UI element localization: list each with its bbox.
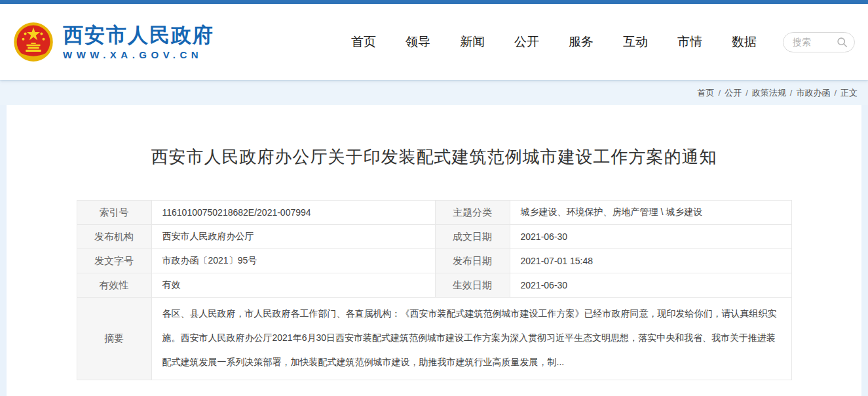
table-row: 发文字号 市政办函〔2021〕95号 发布日期 2021-07-01 15:48	[77, 249, 791, 273]
info-label-effective-date: 生效日期	[435, 273, 510, 298]
breadcrumb-category[interactable]: 市政办函	[796, 87, 830, 99]
search-input[interactable]	[793, 37, 831, 47]
info-label-summary: 摘要	[77, 298, 151, 380]
breadcrumb-separator: /	[834, 88, 837, 98]
info-label-document-number: 发文字号	[77, 249, 151, 273]
info-label-topic-category: 主题分类	[435, 201, 510, 225]
main-nav: 首页 领导 新闻 公开 服务 互动 市情 数据	[351, 33, 757, 50]
nav-item-open[interactable]: 公开	[514, 33, 539, 50]
document-title: 西安市人民政府办公厅关于印发装配式建筑范例城市建设工作方案的通知	[7, 146, 861, 168]
info-value-document-number: 市政办函〔2021〕95号	[151, 249, 435, 273]
info-value-topic-category: 城乡建设、环境保护、房地产管理 \ 城乡建设	[510, 201, 791, 225]
breadcrumb-separator: /	[719, 88, 721, 98]
info-value-summary: 各区、县人民政府，市人民政府各工作部门、各直属机构：《西安市装配式建筑范例城市建…	[151, 298, 791, 380]
nav-item-city[interactable]: 市情	[677, 33, 702, 50]
document-info-table: 索引号 11610100750218682E/2021-007994 主题分类 …	[77, 200, 792, 380]
info-label-index-number: 索引号	[77, 201, 151, 225]
site-header: 西安市人民政府 WWW.XA.GOV.CN 首页 领导 新闻 公开 服务 互动 …	[0, 4, 868, 80]
site-titles: 西安市人民政府 WWW.XA.GOV.CN	[63, 24, 214, 61]
breadcrumb-separator: /	[745, 88, 748, 98]
table-row: 有效性 有效 生效日期 2021-06-30	[77, 273, 791, 298]
search-box[interactable]	[783, 32, 855, 52]
info-value-written-date: 2021-06-30	[510, 225, 791, 249]
info-value-validity: 有效	[151, 273, 435, 298]
site-url: WWW.XA.GOV.CN	[63, 49, 214, 60]
search-icon[interactable]	[837, 37, 848, 48]
nav-item-leaders[interactable]: 领导	[406, 33, 430, 50]
info-label-issuing-agency: 发布机构	[77, 225, 151, 249]
nav-item-news[interactable]: 新闻	[460, 33, 485, 50]
breadcrumb-open[interactable]: 公开	[725, 87, 742, 99]
nav-item-interact[interactable]: 互动	[623, 33, 648, 50]
table-row: 发布机构 西安市人民政府办公厅 成文日期 2021-06-30	[77, 225, 791, 249]
nav-item-data[interactable]: 数据	[732, 33, 757, 50]
breadcrumb-current: 正文	[840, 87, 858, 99]
document-card: 西安市人民政府办公厅关于印发装配式建筑范例城市建设工作方案的通知 索引号 116…	[7, 105, 861, 396]
site-name: 西安市人民政府	[63, 24, 214, 47]
info-label-validity: 有效性	[77, 273, 151, 298]
nav-item-home[interactable]: 首页	[351, 33, 376, 50]
breadcrumb-policies[interactable]: 政策法规	[752, 87, 786, 99]
breadcrumb: 首页 / 公开 / 政策法规 / 市政办函 / 正文	[0, 80, 868, 105]
breadcrumb-separator: /	[790, 88, 793, 98]
info-value-effective-date: 2021-06-30	[510, 273, 791, 298]
info-value-issuing-agency: 西安市人民政府办公厅	[151, 225, 435, 249]
site-logo[interactable]: 西安市人民政府 WWW.XA.GOV.CN	[13, 22, 214, 62]
table-row: 索引号 11610100750218682E/2021-007994 主题分类 …	[77, 201, 791, 225]
table-row: 摘要 各区、县人民政府，市人民政府各工作部门、各直属机构：《西安市装配式建筑范例…	[77, 298, 791, 380]
info-value-publish-date: 2021-07-01 15:48	[510, 249, 791, 273]
info-label-publish-date: 发布日期	[435, 249, 510, 273]
info-value-index-number: 11610100750218682E/2021-007994	[151, 201, 435, 225]
breadcrumb-home[interactable]: 首页	[698, 87, 715, 99]
info-label-written-date: 成文日期	[435, 225, 510, 249]
national-emblem-icon	[13, 22, 54, 62]
nav-item-services[interactable]: 服务	[569, 33, 594, 50]
